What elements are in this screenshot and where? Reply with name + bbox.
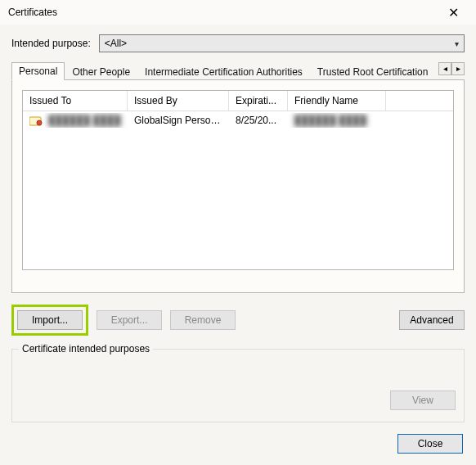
tab-label: Intermediate Certification Authorities bbox=[145, 66, 303, 78]
title-bar: Certificates ✕ bbox=[0, 0, 476, 25]
cell-expiration: 8/25/20... bbox=[229, 113, 288, 128]
close-icon[interactable]: ✕ bbox=[438, 1, 468, 24]
intended-purpose-row: Intended purpose: <All> ▾ bbox=[11, 34, 465, 52]
tab-other-people[interactable]: Other People bbox=[65, 63, 137, 80]
advanced-button[interactable]: Advanced bbox=[399, 310, 465, 330]
close-button[interactable]: Close bbox=[397, 434, 463, 454]
tab-intermediate-ca[interactable]: Intermediate Certification Authorities bbox=[137, 63, 310, 80]
list-header: Issued To Issued By Expirati... Friendly… bbox=[23, 91, 453, 111]
dialog-footer: Close bbox=[0, 431, 476, 457]
cell-friendly-name: ██████ ████ bbox=[288, 113, 386, 128]
certificate-list[interactable]: Issued To Issued By Expirati... Friendly… bbox=[22, 90, 454, 270]
col-expiration[interactable]: Expirati... bbox=[229, 91, 288, 111]
tab-scroll: ◂ ▸ bbox=[438, 62, 465, 75]
export-button: Export... bbox=[97, 310, 162, 330]
tab-label: Trusted Root Certification bbox=[317, 66, 429, 78]
action-button-row: Import... Export... Remove Advanced bbox=[11, 305, 465, 336]
view-button: View bbox=[390, 391, 456, 410]
tab-pane-personal: Issued To Issued By Expirati... Friendly… bbox=[11, 80, 465, 293]
dialog-content: Intended purpose: <All> ▾ Personal Other… bbox=[0, 25, 476, 431]
tab-trusted-root[interactable]: Trusted Root Certification bbox=[310, 63, 436, 80]
table-row[interactable]: ██████ ████ GlobalSign Person... 8/25/20… bbox=[23, 111, 453, 129]
cell-issued-to: ██████ ████ bbox=[23, 113, 128, 128]
intended-purpose-select[interactable]: <All> ▾ bbox=[99, 34, 465, 52]
remove-button: Remove bbox=[170, 310, 236, 330]
tab-label: Other People bbox=[72, 66, 130, 78]
certificate-icon bbox=[29, 116, 43, 126]
intended-purpose-label: Intended purpose: bbox=[11, 38, 91, 49]
tab-label: Personal bbox=[19, 65, 57, 77]
import-highlight: Import... bbox=[11, 305, 88, 336]
tabs: Personal Other People Intermediate Certi… bbox=[11, 62, 465, 293]
tab-scroll-left[interactable]: ◂ bbox=[438, 62, 451, 75]
svg-point-1 bbox=[37, 120, 42, 125]
groupbox-legend: Certificate intended purposes bbox=[19, 343, 153, 354]
chevron-down-icon: ▾ bbox=[455, 39, 459, 48]
tab-strip: Personal Other People Intermediate Certi… bbox=[11, 62, 465, 80]
intended-purpose-value: <All> bbox=[105, 38, 127, 49]
issued-to-value: ██████ ████ bbox=[48, 115, 120, 126]
friendly-name-value: ██████ ████ bbox=[294, 115, 366, 126]
col-issued-by[interactable]: Issued By bbox=[128, 91, 229, 111]
certificate-purposes-group: Certificate intended purposes View bbox=[11, 349, 465, 422]
col-issued-to[interactable]: Issued To bbox=[23, 91, 128, 111]
col-friendly-name[interactable]: Friendly Name bbox=[288, 91, 386, 111]
tab-scroll-right[interactable]: ▸ bbox=[451, 62, 465, 75]
window-title: Certificates bbox=[8, 7, 57, 18]
cell-issued-by: GlobalSign Person... bbox=[128, 113, 229, 128]
tab-personal[interactable]: Personal bbox=[11, 62, 65, 80]
import-button[interactable]: Import... bbox=[17, 310, 83, 330]
